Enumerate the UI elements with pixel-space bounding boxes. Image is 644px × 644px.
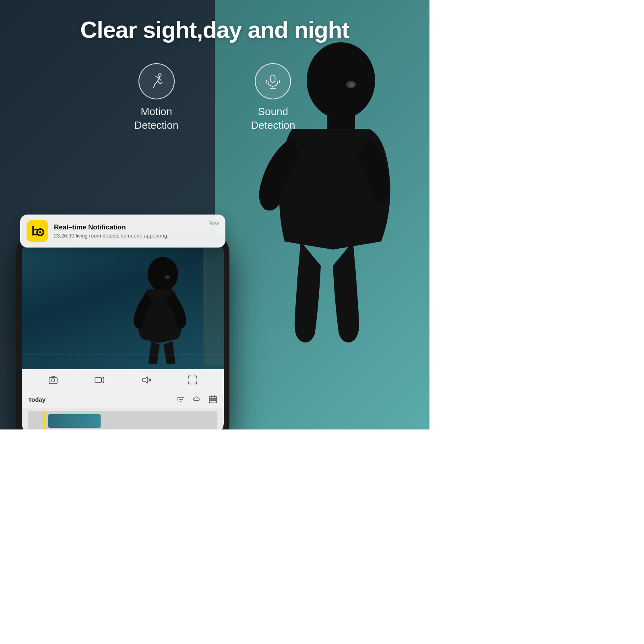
record-control[interactable] <box>94 375 105 385</box>
camera-feed <box>22 240 224 369</box>
svg-line-7 <box>160 83 162 84</box>
phone: Today <box>16 235 229 429</box>
app-icon: b <box>27 220 48 242</box>
sound-detection-label: Sound Detection <box>251 105 295 132</box>
svg-rect-21 <box>22 244 224 365</box>
controls-bar <box>22 369 224 391</box>
svg-line-6 <box>157 81 160 84</box>
motion-icon <box>147 72 166 91</box>
snapshot-control[interactable] <box>48 375 58 385</box>
notification-title: Real–time Notification <box>54 223 203 231</box>
svg-rect-43 <box>213 400 214 400</box>
scrubber-track <box>28 411 217 429</box>
timeline-bar: Today <box>22 391 224 408</box>
svg-rect-29 <box>95 378 101 382</box>
app-logo: b <box>27 220 48 242</box>
notification-card: b Real–time Notification 23:26:30 living… <box>20 215 225 248</box>
svg-line-3 <box>159 78 161 80</box>
sound-detection-item: Sound Detection <box>251 63 295 132</box>
svg-point-22 <box>148 257 178 291</box>
mute-control[interactable] <box>141 375 151 385</box>
motion-detection-circle <box>138 63 175 99</box>
fullscreen-control[interactable] <box>187 375 198 385</box>
phone-container: b Real–time Notification 23:26:30 living… <box>16 235 229 429</box>
detection-row: Motion Detection <box>0 63 429 132</box>
sound-icon <box>264 72 282 91</box>
cloud-icon[interactable] <box>192 395 201 404</box>
scrubber[interactable]: 23:25:42 <box>22 408 224 429</box>
scrubber-clip <box>48 414 101 428</box>
svg-rect-24 <box>205 244 224 365</box>
svg-point-28 <box>52 379 55 382</box>
svg-rect-42 <box>211 400 212 400</box>
timeline-controls <box>176 395 217 404</box>
svg-rect-44 <box>215 400 216 400</box>
svg-marker-31 <box>142 377 147 383</box>
svg-line-4 <box>155 81 157 85</box>
camera-feed-svg <box>22 240 224 369</box>
sound-detection-circle <box>255 63 291 99</box>
calendar-icon[interactable] <box>208 395 217 404</box>
svg-rect-25 <box>203 244 206 365</box>
notification-time: Now <box>208 220 219 226</box>
motion-detection-item: Motion Detection <box>134 63 179 132</box>
page-title: Clear sight,day and night <box>0 0 429 43</box>
svg-point-0 <box>159 74 161 76</box>
svg-point-20 <box>41 231 41 232</box>
phone-screen: Today <box>22 240 224 429</box>
motion-detection-label: Motion Detection <box>134 105 179 132</box>
svg-line-2 <box>155 76 159 78</box>
timeline-label: Today <box>28 396 45 403</box>
svg-marker-30 <box>101 377 104 383</box>
notification-body: 23:26:30 living room detects someone app… <box>54 233 203 239</box>
filter-icon[interactable] <box>176 395 185 404</box>
notification-content: Real–time Notification 23:26:30 living r… <box>54 223 203 239</box>
content: Clear sight,day and night <box>0 0 429 429</box>
scrubber-thumb <box>44 411 45 429</box>
svg-rect-8 <box>271 75 275 82</box>
svg-line-5 <box>153 85 155 87</box>
svg-point-23 <box>165 275 170 279</box>
